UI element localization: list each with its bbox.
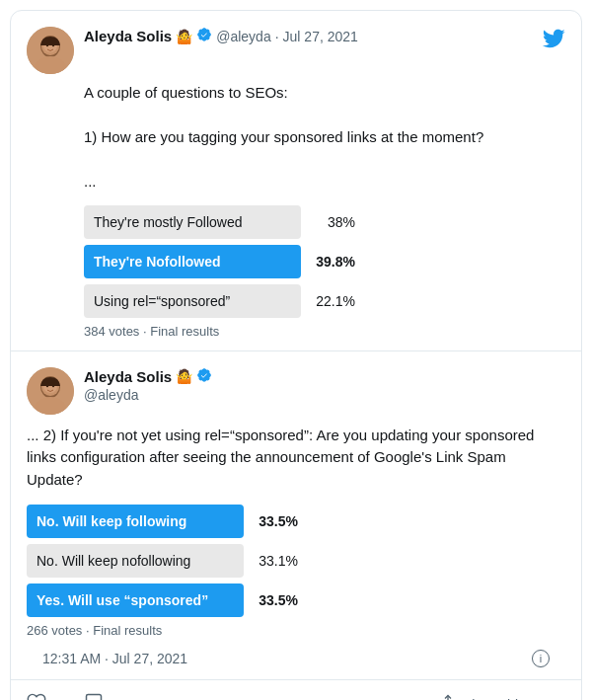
poll-1-pct-1: 38% <box>311 214 355 230</box>
author-name-1: Aleyda Solis <box>84 28 172 44</box>
share-icon <box>439 694 457 700</box>
svg-point-12 <box>46 384 48 386</box>
tweet-1-section: Aleyda Solis 🤷 @aleyda · Jul 27, 2021 A … <box>11 11 581 339</box>
svg-point-6 <box>52 44 54 46</box>
tweet-card: Aleyda Solis 🤷 @aleyda · Jul 27, 2021 A … <box>10 10 582 700</box>
comment-action[interactable]: 4 <box>84 692 117 700</box>
poll-bar-1-3: Using rel=“sponsored” <box>84 284 301 318</box>
verified-icon-1 <box>196 27 212 45</box>
poll-1-option-1: They're mostly Followed 38% <box>84 205 565 239</box>
tweet-1-header: Aleyda Solis 🤷 @aleyda · Jul 27, 2021 <box>27 27 565 74</box>
verified-icon-2 <box>196 367 212 386</box>
poll-2-option-1: No. Will keep following 33.5% <box>27 505 565 538</box>
tweet-2-body: ... 2) If you're not yet using rel=“spon… <box>27 425 565 639</box>
tweet-1-body: A couple of questions to SEOs: 1) How ar… <box>27 82 565 339</box>
poll-bar-1-1: They're mostly Followed <box>84 205 301 239</box>
poll-bar-2-1: No. Will keep following <box>27 505 244 538</box>
comment-count: 4 <box>110 697 117 701</box>
poll-1-pct-3: 22.1% <box>311 293 355 309</box>
poll-bar-1-2: They're Nofollowed <box>84 245 301 278</box>
author-emoji-1: 🤷 <box>176 29 192 44</box>
info-icon[interactable]: i <box>532 650 550 667</box>
author-handle-2: @aleyda <box>84 387 138 403</box>
poll-bar-2-2: No. Will keep nofollowing <box>27 544 244 578</box>
poll-2-option-2: No. Will keep nofollowing 33.1% <box>27 544 565 578</box>
poll-2: No. Will keep following 33.5% No. Will k… <box>27 505 565 638</box>
tweet-2-text: ... 2) If you're not yet using rel=“spon… <box>27 425 565 492</box>
like-action[interactable]: 6 <box>27 692 60 700</box>
poll-1-option-3: Using rel=“sponsored” 22.1% <box>84 284 565 318</box>
poll-1-pct-2: 39.8% <box>311 254 355 270</box>
svg-point-13 <box>52 384 54 386</box>
tweet-2-author-info: Aleyda Solis 🤷 @aleyda <box>84 367 565 404</box>
poll-2-option-3: Yes. Will use “sponsored” 33.5% <box>27 583 565 617</box>
heart-icon <box>27 692 46 700</box>
tweet-2-header: Aleyda Solis 🤷 @aleyda <box>27 367 565 415</box>
comment-icon <box>84 692 104 700</box>
tweet-1-text: A couple of questions to SEOs: 1) How ar… <box>84 82 565 194</box>
poll-1-meta: 384 votes · Final results <box>84 324 565 339</box>
tweet-timestamp: 12:31 AM · Jul 27, 2021 i <box>42 650 550 667</box>
twitter-logo <box>542 27 565 54</box>
author-handle-1: @aleyda <box>216 29 270 44</box>
poll-bar-2-3: Yes. Will use “sponsored” <box>27 583 244 617</box>
author-name-2: Aleyda Solis <box>84 368 172 385</box>
avatar-2 <box>27 367 74 415</box>
poll-2-pct-2: 33.1% <box>254 553 298 569</box>
poll-2-meta: 266 votes · Final results <box>27 623 565 638</box>
poll-2-pct-1: 33.5% <box>254 513 298 529</box>
tweet-date-1: Jul 27, 2021 <box>283 29 358 44</box>
avatar-1 <box>27 27 74 74</box>
footer-section: 12:31 AM · Jul 27, 2021 i <box>27 650 565 679</box>
poll-1-option-2: They're Nofollowed 39.8% <box>84 245 565 278</box>
share-label: Share this Tweet <box>463 697 565 701</box>
tweet-1-author-info: Aleyda Solis 🤷 @aleyda · Jul 27, 2021 <box>84 27 532 45</box>
actions-bar: 6 4 Share this Tweet <box>11 679 581 700</box>
author-emoji-2: 🤷 <box>176 368 192 384</box>
like-count: 6 <box>52 697 60 701</box>
poll-2-pct-3: 33.5% <box>254 592 298 608</box>
tweet-2-section: Aleyda Solis 🤷 @aleyda ... 2) If you're … <box>11 351 581 680</box>
svg-point-5 <box>46 44 48 46</box>
share-action[interactable]: Share this Tweet <box>439 694 565 700</box>
poll-1: They're mostly Followed 38% They're Nofo… <box>84 205 565 339</box>
